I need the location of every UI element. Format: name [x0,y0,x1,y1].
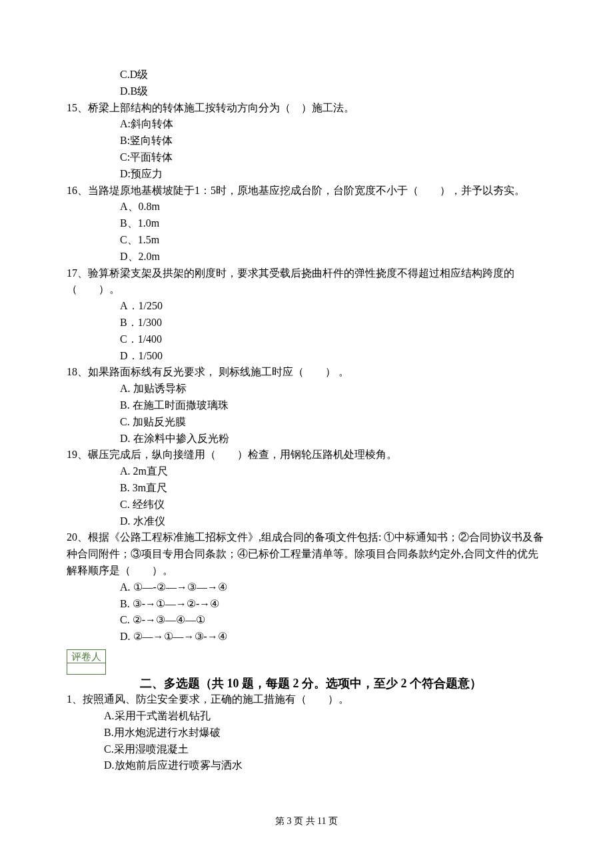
question-number: 20、 [67,531,88,543]
page-body: C.D级 D.B级 15、桥梁上部结构的转体施工按转动方向分为（ ）施工法。 A… [67,67,546,829]
option: A. ①―-②―→③―→④ [67,579,546,596]
option: D:预应力 [67,166,546,183]
question-text: 当路堤原地基横坡陡于1：5时，原地基应挖成台阶，台阶宽度不小于（ ），并予以夯实… [88,185,525,196]
question-text: 桥梁上部结构的转体施工按转动方向分为（ ）施工法。 [88,102,354,113]
question-text: 验算桥梁支架及拱架的刚度时，要求其受载后挠曲杆件的弹性挠度不得超过相应结构跨度的… [67,267,514,295]
question-number: 18、 [67,366,88,377]
question-18: 18、如果路面标线有反光要求， 则标线施工时应（ ） 。 [67,364,546,381]
option: C. 加贴反光膜 [67,414,546,431]
option: A.采用干式凿岩机钻孔 [67,708,546,725]
option: D. 水准仪 [67,513,546,530]
orphan-option: C.D级 [67,67,546,83]
question-text: 按照通风、防尘安全要求，正确的施工措施有（ ）。 [83,693,349,705]
question-20: 20、根据《公路工程标准施工招标文件》,组成合同的备项文件包括: ①中标通知书；… [67,529,546,579]
question-number: 19、 [67,449,88,460]
section-title: 二、多选题（共 10 题，每题 2 分。选项中，至少 2 个符合题意） [67,676,546,691]
option: D. ②―→①―→③-→④ [67,629,546,645]
option: A:斜向转体 [67,116,546,133]
page-footer: 第 3 页 共 11 页 [67,814,546,829]
grader-blank [67,663,105,674]
option: B. ③-→①―→②-→④ [67,596,546,613]
question-19: 19、碾压完成后，纵向接缝用（ ）检查，用钢轮压路机处理棱角。 [67,447,546,463]
question-text: 碾压完成后，纵向接缝用（ ）检查，用钢轮压路机处理棱角。 [88,449,397,460]
grader-label: 评卷人 [67,650,105,663]
question-number: 15、 [67,102,88,113]
option: A. 加贴诱导标 [67,381,546,397]
question-number: 1、 [67,693,83,705]
option: B.用水炮泥进行水封爆破 [67,725,546,741]
option: D．1/500 [67,348,546,365]
question-text: 如果路面标线有反光要求， 则标线施工时应（ ） 。 [88,366,349,377]
option: B．1/300 [67,315,546,331]
option: B. 在施工时面撒玻璃珠 [67,397,546,414]
question-16: 16、当路堤原地基横坡陡于1：5时，原地基应挖成台阶，台阶宽度不小于（ ），并予… [67,183,546,199]
option: D.放炮前后应进行喷雾与洒水 [67,757,546,774]
grader-box: 评卷人 [67,649,106,675]
option: C．1/400 [67,331,546,348]
question-text: 根据《公路工程标准施工招标文件》,组成合同的备项文件包括: ①中标通知书；②合同… [67,531,544,576]
question-17: 17、验算桥梁支架及拱架的刚度时，要求其受载后挠曲杆件的弹性挠度不得超过相应结构… [67,265,546,299]
option: B:竖向转体 [67,133,546,149]
option: C. ②-→③―④―① [67,612,546,629]
option: A、0.8m [67,199,546,215]
mc-question-1: 1、按照通风、防尘安全要求，正确的施工措施有（ ）。 [67,691,546,708]
option: C. 经纬仪 [67,497,546,513]
option: C.采用湿喷混凝土 [67,741,546,758]
option: B. 3m直尺 [67,480,546,497]
option: A. 2m直尺 [67,463,546,480]
orphan-option: D.B级 [67,83,546,100]
section-row: 评卷人 [67,645,546,676]
option: B、1.0m [67,215,546,232]
option: C:平面转体 [67,149,546,166]
option: D、2.0m [67,249,546,265]
question-15: 15、桥梁上部结构的转体施工按转动方向分为（ ）施工法。 [67,100,546,117]
option: C、1.5m [67,232,546,249]
question-number: 17、 [67,267,88,279]
option: A．1/250 [67,298,546,315]
option: D. 在涂料中掺入反光粉 [67,431,546,447]
question-number: 16、 [67,185,88,196]
